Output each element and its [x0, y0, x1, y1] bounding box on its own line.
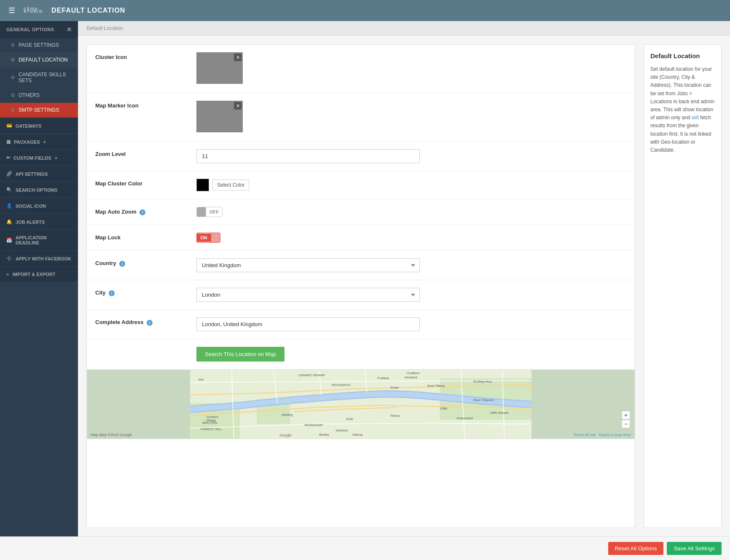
map-svg: don CANARY WHARF WOOLWICH Purfleet Chaff…: [87, 370, 634, 439]
zoom-in-button[interactable]: +: [622, 411, 630, 419]
toggle-label: OFF: [206, 208, 222, 216]
content-area: Default Location Cluster Icon ✕ Map Mark…: [78, 21, 730, 536]
close-icon[interactable]: ✕: [234, 102, 242, 110]
right-panel-title: Default Location: [650, 51, 715, 61]
cluster-icon-row: Cluster Icon ✕: [87, 45, 635, 93]
sidebar-item-api-settings[interactable]: 🔗 API SETTINGS: [0, 166, 78, 182]
will-link[interactable]: will: [692, 115, 699, 121]
close-icon[interactable]: ✕: [234, 54, 242, 61]
bell-icon: 🔔: [6, 219, 12, 225]
social-icon: 👤: [6, 203, 12, 209]
custom-fields-icon: ✏: [6, 155, 10, 161]
close-icon[interactable]: ✕: [67, 26, 72, 33]
main-layout: GENERAL OPTIONS ✕ ⚙ PAGE SETTINGS ⚙ DEFA…: [0, 21, 730, 536]
cluster-icon-label: Cluster Icon: [95, 52, 196, 60]
info-icon: i: [147, 320, 153, 326]
sidebar-item-social-icon[interactable]: 👤 SOCIAL ICON: [0, 198, 78, 214]
save-button[interactable]: Save All Settings: [667, 542, 722, 555]
map-terms: Terms of Use Report a map error: [573, 433, 631, 437]
sidebar-item-app-deadline[interactable]: 📅 APPLICATION DEADLINE: [0, 230, 78, 251]
sidebar-item-others[interactable]: ⚙ OTHERS: [0, 88, 78, 103]
cluster-icon-upload[interactable]: ✕: [196, 52, 243, 84]
breadcrumb: Default Location: [78, 21, 730, 36]
sidebar-item-smtp[interactable]: ⚙ SMTP SETTINGS: [0, 103, 78, 118]
sidebar-item-candidate-skills[interactable]: ⚙ CANDIDATE SKILLS SETS: [0, 67, 78, 88]
search-button-control: Search This Location on Map: [196, 347, 626, 362]
zoom-level-control: [196, 149, 626, 163]
settings-icon: ⚙: [11, 92, 15, 98]
sidebar-item-label: PACKAGES: [14, 139, 40, 145]
sidebar-item-label: OTHERS: [19, 92, 40, 98]
facebook-icon: ➕: [6, 256, 12, 261]
right-panel-text: Set default location for your site (Coun…: [650, 65, 715, 154]
complete-address-row: Complete Address i: [87, 310, 635, 339]
sidebar-item-packages[interactable]: ▦ PACKAGES +: [0, 134, 78, 150]
svg-text:FOREST HILL: FOREST HILL: [201, 427, 222, 431]
zoom-level-input[interactable]: [196, 149, 420, 163]
right-panel: Default Location Set default location fo…: [644, 44, 722, 528]
svg-text:Erith: Erith: [346, 417, 353, 421]
calendar-icon: 📅: [6, 238, 12, 243]
settings-icon: ⚙: [11, 57, 15, 63]
form-panel: Cluster Icon ✕ Map Marker Icon ✕: [86, 44, 635, 528]
country-label: Country i: [95, 258, 196, 267]
map-auto-zoom-toggle[interactable]: OFF: [196, 207, 223, 217]
svg-text:Cliffe: Cliffe: [440, 407, 448, 410]
svg-text:WOOLWICH: WOOLWICH: [332, 383, 351, 387]
logo: chmp STUDIO: [24, 8, 43, 13]
sidebar-section-general: GENERAL OPTIONS ✕ ⚙ PAGE SETTINGS ⚙ DEFA…: [0, 21, 78, 118]
color-picker-wrap: Select Color: [196, 179, 626, 191]
search-icon: 🔍: [6, 187, 12, 193]
sidebar-item-page-settings[interactable]: ⚙ PAGE SETTINGS: [0, 38, 78, 53]
select-color-button[interactable]: Select Color: [212, 180, 249, 190]
general-options-label: GENERAL OPTIONS: [6, 27, 54, 32]
sidebar-item-search-options[interactable]: 🔍 SEARCH OPTIONS: [0, 182, 78, 198]
sidebar-item-default-location[interactable]: ⚙ DEFAULT LOCATION: [0, 53, 78, 67]
sidebar-item-gateways[interactable]: 💳 GATEWAYS: [0, 118, 78, 134]
svg-text:Cliffe Woods: Cliffe Woods: [490, 411, 508, 415]
toggle-slider-on: [211, 233, 220, 242]
logo-sub: STUDIO: [24, 9, 43, 13]
sidebar: GENERAL OPTIONS ✕ ⚙ PAGE SETTINGS ⚙ DEFA…: [0, 21, 78, 536]
toggle-wrap: OFF: [196, 207, 626, 217]
color-swatch[interactable]: [196, 179, 209, 191]
map-marker-control: ✕: [196, 101, 626, 134]
sidebar-item-label: PAGE SETTINGS: [19, 42, 59, 48]
import-export-icon: ≡: [6, 272, 9, 277]
sidebar-item-label: SOCIAL ICON: [16, 204, 46, 209]
sidebar-item-job-alerts[interactable]: 🔔 JOB ALERTS: [0, 214, 78, 230]
svg-text:Purfleet: Purfleet: [378, 376, 389, 380]
complete-address-label: Complete Address i: [95, 317, 196, 326]
svg-text:CANARY WHARF: CANARY WHARF: [298, 373, 325, 377]
zoom-out-button[interactable]: −: [622, 420, 630, 428]
map-cluster-color-row: Map Cluster Color Select Color: [87, 171, 635, 199]
map-marker-upload[interactable]: ✕: [196, 101, 243, 132]
map-auto-zoom-row: Map Auto Zoom i OFF: [87, 199, 635, 225]
sidebar-item-label: CUSTOM FIELDS: [13, 155, 51, 161]
plus-icon[interactable]: +: [43, 139, 46, 145]
hamburger-icon[interactable]: ☰: [8, 6, 15, 15]
country-control: United Kingdom: [196, 258, 626, 272]
sidebar-item-custom-fields[interactable]: ✏ CUSTOM FIELDS +: [0, 150, 78, 166]
complete-address-control: [196, 317, 626, 331]
svg-text:Hundred: Hundred: [405, 375, 417, 379]
city-select[interactable]: London: [196, 288, 420, 302]
sidebar-item-label: APPLY WITH FACEBOOK: [16, 256, 71, 261]
city-label: City i: [95, 288, 196, 296]
country-select[interactable]: United Kingdom: [196, 258, 420, 272]
top-header: ☰ chmp STUDIO DEFAULT LOCATION: [0, 0, 730, 21]
sidebar-item-label: SMTP SETTINGS: [19, 107, 59, 113]
map-attribution: Map data ©2016 Google Terms of Use Repor…: [87, 433, 634, 437]
api-icon: 🔗: [6, 171, 12, 177]
map-lock-toggle[interactable]: ON: [196, 233, 220, 243]
sidebar-section-header-general[interactable]: GENERAL OPTIONS ✕: [0, 21, 78, 38]
sidebar-item-import-export[interactable]: ≡ IMPORT & EXPORT: [0, 267, 78, 282]
reset-button[interactable]: Reset All Options: [608, 542, 664, 555]
search-location-button[interactable]: Search This Location on Map: [196, 347, 284, 362]
complete-address-input[interactable]: [196, 317, 420, 331]
map-marker-label: Map Marker Icon: [95, 101, 196, 109]
map-container: don CANARY WHARF WOOLWICH Purfleet Chaff…: [87, 370, 635, 439]
toggle-label-on: ON: [197, 233, 211, 242]
sidebar-item-apply-facebook[interactable]: ➕ APPLY WITH FACEBOOK: [0, 251, 78, 267]
plus-icon[interactable]: +: [55, 155, 57, 161]
